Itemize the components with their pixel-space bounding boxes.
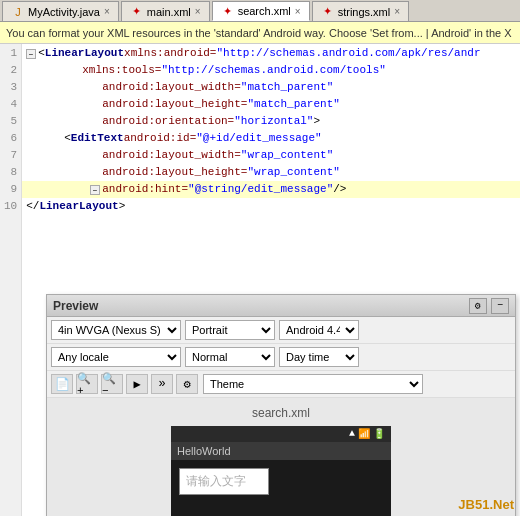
java-icon: J [11, 5, 25, 19]
device-app-title: HelloWorld [177, 445, 231, 457]
tab-stringsxml[interactable]: ✦ strings.xml × [312, 1, 409, 21]
xml-icon-3: ✦ [321, 5, 335, 19]
info-bar: You can format your XML resources in the… [0, 22, 520, 44]
code-line-10: </LinearLayout> [22, 198, 520, 215]
device-select[interactable]: 4in WVGA (Nexus S) [51, 320, 181, 340]
code-line-2: xmlns:tools="http://schemas.android.com/… [22, 62, 520, 79]
tab-mainxml[interactable]: ✦ main.xml × [121, 1, 210, 21]
locale-select[interactable]: Any locale [51, 347, 181, 367]
code-line-5: android:orientation="horizontal" > [22, 113, 520, 130]
fold-icon-9[interactable]: − [90, 185, 100, 195]
watermark: JB51.Net [458, 497, 514, 512]
api-select[interactable]: Android 4.4.2 [279, 320, 359, 340]
toolbar-zoom-out-btn[interactable]: 🔍− [101, 374, 123, 394]
preview-pin-btn[interactable]: − [491, 298, 509, 314]
code-line-8: android:layout_height="wrap_content" [22, 164, 520, 181]
code-line-1: − <LinearLayout xmlns:android="http://sc… [22, 45, 520, 62]
signal-icon: 📶 [358, 428, 370, 440]
editor-area: 1 2 3 4 5 6 7 8 9 10 − <LinearLayout xml… [0, 44, 520, 516]
orientation-select[interactable]: Portrait [185, 320, 275, 340]
device-screen: ▲ 📶 🔋 HelloWorld 请输入文字 [171, 426, 391, 516]
preview-row-1: 4in WVGA (Nexus S) Portrait Android 4.4.… [47, 317, 515, 344]
tab-bar: J MyActivity.java × ✦ main.xml × ✦ searc… [0, 0, 520, 22]
xml-icon-1: ✦ [130, 5, 144, 19]
time-select[interactable]: Day time [279, 347, 359, 367]
device-title-bar: HelloWorld [171, 442, 391, 460]
preview-canvas: search.xml ▲ 📶 🔋 HelloWorld 请输入文字 [47, 398, 515, 516]
preview-panel: Preview ⚙ − 4in WVGA (Nexus S) Portrait … [46, 294, 516, 516]
code-line-9: − android:hint="@string/edit_message" /> [22, 181, 520, 198]
preview-settings-btn[interactable]: ⚙ [469, 298, 487, 314]
tab-searchxml[interactable]: ✦ search.xml × [212, 1, 310, 21]
tab-close-3[interactable]: × [394, 6, 400, 17]
canvas-label: search.xml [252, 406, 310, 420]
toolbar-settings-btn[interactable]: ⚙ [176, 374, 198, 394]
toolbar-more-btn[interactable]: » [151, 374, 173, 394]
battery-icon: 🔋 [373, 428, 385, 440]
fold-icon-1[interactable]: − [26, 49, 36, 59]
code-line-3: android:layout_width="match_parent" [22, 79, 520, 96]
wifi-icon: ▲ [349, 428, 355, 440]
code-line-6: <EditText android:id="@+id/edit_message" [22, 130, 520, 147]
toolbar-play-btn[interactable]: ▶ [126, 374, 148, 394]
preview-controls: ⚙ − [469, 298, 509, 314]
code-line-7: android:layout_width="wrap_content" [22, 147, 520, 164]
preview-toolbar: 📄 🔍+ 🔍− ▶ » ⚙ Theme [47, 371, 515, 398]
tab-myactivity[interactable]: J MyActivity.java × [2, 1, 119, 21]
tab-close-2[interactable]: × [295, 6, 301, 17]
device-status-bar: ▲ 📶 🔋 [171, 426, 391, 442]
preview-title: Preview [53, 299, 98, 313]
mode-select[interactable]: Normal [185, 347, 275, 367]
device-content: 请输入文字 [171, 460, 391, 503]
preview-row-2: Any locale Normal Day time [47, 344, 515, 371]
device-edit-text: 请输入文字 [179, 468, 269, 495]
tab-close-1[interactable]: × [195, 6, 201, 17]
code-line-4: android:layout_height="match_parent" [22, 96, 520, 113]
toolbar-new-btn[interactable]: 📄 [51, 374, 73, 394]
toolbar-zoom-in-btn[interactable]: 🔍+ [76, 374, 98, 394]
tab-close-0[interactable]: × [104, 6, 110, 17]
xml-icon-2: ✦ [221, 4, 235, 18]
preview-title-bar: Preview ⚙ − [47, 295, 515, 317]
theme-select[interactable]: Theme [203, 374, 423, 394]
line-numbers: 1 2 3 4 5 6 7 8 9 10 [0, 44, 22, 516]
